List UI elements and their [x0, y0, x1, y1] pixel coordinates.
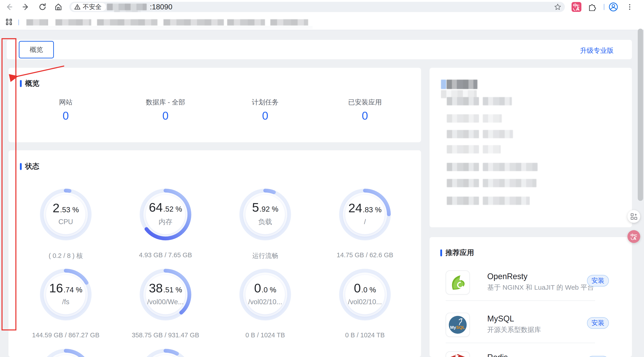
info-title-redacted	[446, 80, 478, 89]
bookmark-star-icon[interactable]	[554, 3, 561, 10]
page-header-bar: 概览 升级专业版	[7, 40, 632, 59]
info-label-redacted	[447, 114, 479, 122]
gauge-caption: 14.75 GB / 62.6 GB	[311, 252, 418, 259]
bookmark-item-redacted[interactable]	[270, 19, 308, 26]
info-title-accent	[441, 80, 446, 89]
translate-icon: 中 A	[630, 233, 638, 241]
app-divider	[446, 343, 595, 343]
app-description: 开源关系型数据库	[487, 325, 541, 334]
gauge-value: 2.53 %CPU	[38, 185, 94, 241]
toolbar-divider	[604, 4, 605, 10]
status-card: 状态 2.53 %CPU( 0.2 / 8 ) 核64.52 %内存4.93 G…	[8, 150, 421, 357]
gauge-CPU: 2.53 %CPU	[38, 186, 94, 242]
stat-value[interactable]: 0	[316, 110, 414, 122]
back-icon[interactable]	[5, 3, 13, 11]
profile-icon[interactable]	[609, 2, 618, 12]
info-label-redacted	[447, 179, 479, 187]
app-description: 基于 NGINX 和 LuaJIT 的 Web 平台	[487, 283, 594, 292]
overview-section-title: 概览	[20, 78, 39, 88]
accent-bar	[440, 250, 442, 256]
extensions-icon[interactable]	[588, 3, 596, 11]
gauge-caption: 4.93 GB / 7.65 GB	[112, 252, 219, 259]
url-redacted-shadow	[114, 10, 141, 12]
translate-extension-icon[interactable]: 中 A	[572, 2, 582, 12]
status-section-title: 状态	[20, 162, 39, 171]
accent-bar	[20, 80, 22, 87]
stat-label: 数据库 - 全部	[116, 98, 215, 107]
gauge-内存: 64.52 %内存	[138, 186, 194, 242]
bookmark-item-redacted[interactable]	[227, 19, 265, 26]
bookmark-item-redacted[interactable]	[56, 19, 91, 26]
install-button[interactable]: 安装	[587, 275, 609, 286]
gauge-caption: 0 B / 1024 TB	[311, 332, 418, 339]
gauge-caption: 144.59 GB / 867.27 GB	[12, 332, 120, 339]
gauge-caption: 运行流畅	[212, 252, 319, 260]
home-icon[interactable]	[54, 3, 62, 11]
svg-text:A: A	[633, 236, 636, 241]
mysql-logo: MySQL	[446, 313, 470, 337]
bookmark-item-redacted[interactable]	[164, 19, 224, 26]
bookmark-item-redacted[interactable]	[26, 19, 48, 26]
info-label-redacted	[447, 196, 479, 205]
install-button[interactable]: 安装	[587, 356, 609, 357]
gauge-/vol02/10...: 0.0 %/vol02/10...	[337, 267, 393, 322]
stat-value[interactable]: 0	[16, 110, 115, 122]
gauge-partial	[138, 347, 194, 357]
url-redacted	[107, 4, 147, 10]
forward-icon[interactable]	[22, 3, 30, 11]
refresh-icon[interactable]	[38, 3, 46, 11]
gauge-caption: ( 0.2 / 8 ) 核	[12, 252, 120, 260]
gauge-/vol02/10...: 0.0 %/vol02/10...	[237, 267, 293, 322]
floating-translate-button[interactable]: 中 A	[628, 230, 640, 243]
info-value-redacted	[483, 145, 501, 154]
install-button[interactable]: 安装	[587, 317, 609, 329]
svg-text:A: A	[576, 6, 580, 12]
accent-bar	[20, 163, 22, 170]
info-label-redacted	[447, 97, 479, 105]
tab-overview[interactable]: 概览	[19, 41, 54, 58]
security-label: 不安全	[83, 3, 102, 11]
info-label-redacted	[447, 145, 479, 154]
grid-sparkle-icon	[630, 213, 638, 220]
app-divider	[446, 300, 595, 301]
gauge-value: 64.52 %内存	[138, 185, 194, 241]
apps-title-text: 推荐应用	[446, 248, 474, 258]
app-name: Redis	[487, 353, 508, 357]
recommended-apps-card: 推荐应用 OpenResty基于 NGINX 和 LuaJIT 的 Web 平台…	[430, 237, 632, 357]
gauge-负载: 5.92 %负载	[237, 186, 293, 242]
bookmarks-bar	[0, 14, 644, 30]
menu-kebab-icon[interactable]	[626, 3, 634, 11]
info-label-redacted	[447, 163, 479, 171]
gauge-value: 5.92 %负载	[237, 185, 293, 241]
stat-label: 网站	[16, 98, 115, 107]
info-value-redacted	[483, 163, 538, 171]
info-value-redacted	[483, 196, 530, 205]
gauge-caption: 358.75 GB / 931.47 GB	[112, 332, 219, 339]
bookmark-item-redacted[interactable]	[97, 19, 158, 26]
info-value-redacted	[483, 179, 536, 187]
overview-card: 概览 网站0数据库 - 全部0计划任务0已安装应用0	[8, 68, 421, 142]
warning-icon	[74, 4, 80, 10]
stat-value[interactable]: 0	[216, 110, 314, 122]
url-port: :18090	[150, 2, 172, 12]
status-title-text: 状态	[25, 162, 39, 171]
gauge-value: 16.74 %/fs	[38, 265, 94, 321]
upgrade-pro-link[interactable]: 升级专业版	[580, 46, 614, 55]
redis-logo	[446, 352, 470, 357]
stat-value[interactable]: 0	[116, 110, 215, 122]
gauge-/: 24.83 %/	[337, 186, 393, 242]
gauge-/vol00/We...: 38.51 %/vol00/We...	[138, 267, 194, 322]
info-value-redacted	[483, 114, 502, 122]
apps-section-title: 推荐应用	[440, 248, 474, 258]
address-bar[interactable]: 不安全 :18090	[69, 2, 565, 12]
app-name: OpenResty	[487, 272, 528, 281]
system-info-card	[430, 68, 632, 227]
info-value-redacted	[483, 130, 513, 138]
svg-text:My: My	[450, 325, 456, 330]
gauge-partial	[38, 347, 94, 357]
bookmarks-divider	[18, 20, 19, 25]
security-chip[interactable]: 不安全	[71, 3, 106, 11]
floating-widget-button[interactable]	[628, 210, 640, 223]
apps-grid-icon[interactable]	[5, 18, 12, 26]
scrollbar-thumb[interactable]	[638, 29, 643, 201]
